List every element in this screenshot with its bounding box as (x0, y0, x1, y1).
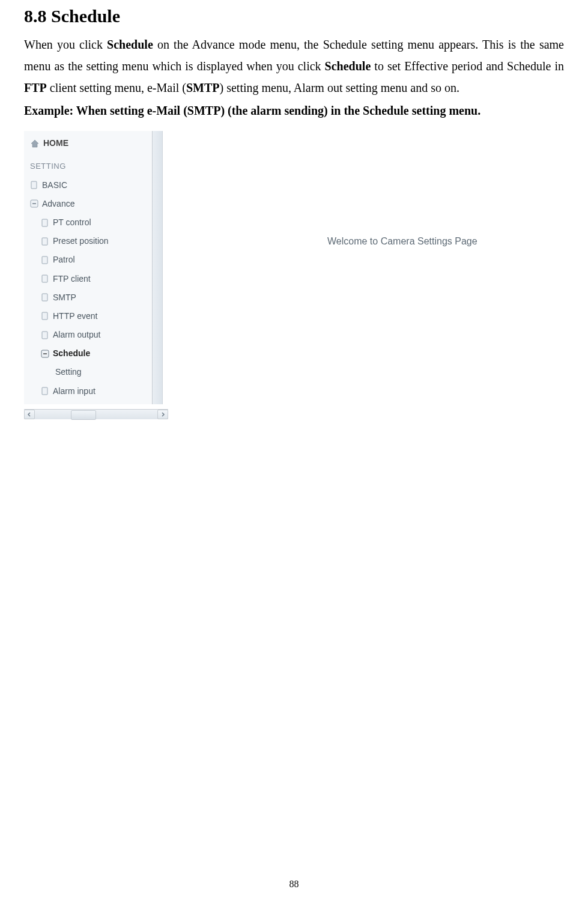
sidebar-item-pt-control[interactable]: PT control (24, 213, 162, 232)
sidebar-advance-row[interactable]: Advance (24, 195, 162, 213)
example-line: Example: When setting e-Mail (SMTP) (the… (24, 100, 564, 121)
sidebar-item-alarm-output[interactable]: Alarm output (24, 326, 162, 344)
welcome-text: Welcome to Camera Settings Page (327, 233, 477, 250)
sidebar-basic-row[interactable]: BASIC (24, 176, 162, 195)
scroll-left-button[interactable] (24, 410, 35, 419)
sidebar-item-schedule[interactable]: Schedule (24, 344, 162, 363)
vertical-scrollbar[interactable] (152, 131, 162, 404)
page-icon (41, 256, 49, 264)
sidebar-advance-label: Advance (42, 196, 74, 211)
sidebar-item-label: Schedule (53, 346, 90, 361)
sidebar-item-smtp[interactable]: SMTP (24, 288, 162, 307)
svg-rect-0 (31, 181, 37, 189)
sidebar-item-label: Setting (55, 365, 82, 380)
sidebar-item-label: HTTP event (53, 309, 97, 324)
expand-icon (30, 199, 38, 208)
svg-rect-5 (42, 275, 47, 282)
expand-icon (41, 350, 49, 358)
page-icon (30, 181, 38, 189)
sidebar-item-ftp-client[interactable]: FTP client (24, 270, 162, 288)
home-icon (30, 139, 40, 148)
sidebar-item-alarm-input[interactable]: Alarm input (24, 382, 162, 401)
text-fragment: to set Effective period and Schedule in (371, 59, 564, 73)
page-icon (41, 293, 49, 302)
sidebar-item-label: SMTP (53, 290, 76, 305)
svg-rect-10 (42, 387, 47, 395)
text-fragment: When you click (24, 38, 107, 51)
horizontal-scrollbar[interactable] (24, 409, 168, 419)
sidebar-item-label: Patrol (53, 252, 75, 267)
scroll-track[interactable] (35, 410, 157, 419)
sidebar-section-setting: SETTING (24, 156, 162, 175)
sidebar-item-motion-detection[interactable]: Motion detection (24, 401, 162, 404)
sidebar-item-label: Alarm input (53, 384, 95, 399)
svg-rect-7 (42, 312, 47, 320)
sidebar-item-schedule-setting[interactable]: Setting (24, 363, 162, 381)
page-icon (41, 274, 49, 283)
sidebar-item-preset-position[interactable]: Preset position (24, 232, 162, 250)
page-icon (41, 237, 49, 246)
page-number: 88 (24, 876, 564, 893)
sidebar-item-label: Alarm output (53, 327, 100, 342)
svg-rect-8 (42, 332, 47, 339)
settings-sidebar: HOME SETTING BASIC Advance PT control (24, 131, 163, 404)
bold-schedule-1: Schedule (107, 38, 153, 51)
scroll-right-button[interactable] (157, 410, 168, 419)
settings-content-area: Welcome to Camera Settings Page (171, 131, 547, 404)
page-icon (41, 312, 49, 320)
svg-rect-3 (42, 238, 47, 245)
sidebar-item-label: Preset position (53, 234, 109, 249)
bold-smtp: SMTP (186, 81, 220, 94)
svg-rect-2 (42, 219, 47, 226)
text-fragment: client setting menu, e-Mail ( (47, 81, 186, 94)
sidebar-item-label: PT control (53, 215, 91, 230)
page-icon (41, 387, 49, 395)
section-heading: 8.8 Schedule (24, 0, 564, 32)
page-icon (41, 331, 49, 339)
sidebar-home-label: HOME (43, 136, 68, 151)
settings-screenshot: HOME SETTING BASIC Advance PT control (24, 131, 547, 419)
sidebar-item-label: FTP client (53, 271, 91, 287)
sidebar-home-row[interactable]: HOME (24, 131, 162, 156)
svg-rect-4 (42, 256, 47, 264)
scroll-thumb[interactable] (71, 410, 96, 420)
bold-schedule-2: Schedule (325, 59, 371, 73)
svg-rect-6 (42, 294, 47, 301)
bold-ftp: FTP (24, 81, 47, 94)
page-icon (41, 219, 49, 227)
sidebar-basic-label: BASIC (42, 178, 67, 193)
sidebar-item-http-event[interactable]: HTTP event (24, 307, 162, 326)
section-body: When you click Schedule on the Advance m… (24, 34, 564, 99)
sidebar-item-patrol[interactable]: Patrol (24, 250, 162, 269)
sidebar-item-label: Motion detection (53, 402, 115, 404)
text-fragment: ) setting menu, Alarm out setting menu a… (220, 81, 459, 94)
